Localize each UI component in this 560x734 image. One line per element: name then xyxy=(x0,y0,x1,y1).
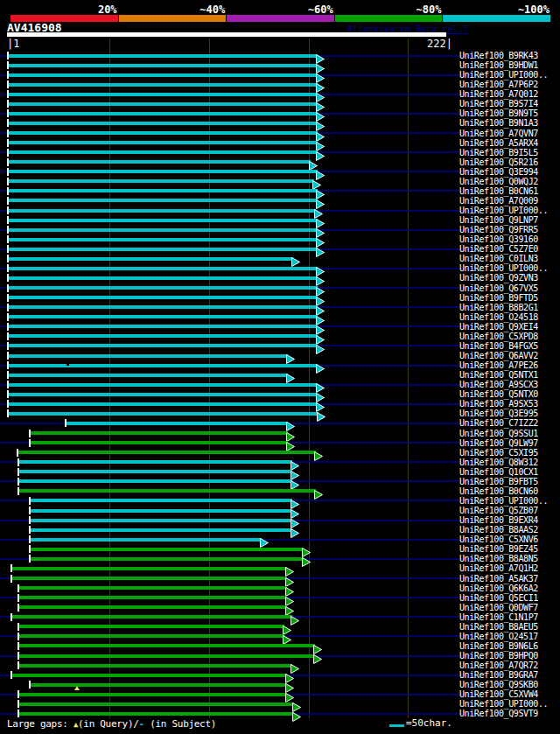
alignment-bar[interactable] xyxy=(18,460,292,464)
hit-label[interactable]: UniRef100_Q5ECI1 xyxy=(459,593,559,603)
alignment-bar[interactable] xyxy=(7,102,318,106)
hit-label[interactable]: UniRef100_B9EXR4 xyxy=(459,515,559,525)
alignment-bar[interactable] xyxy=(29,499,292,502)
hit-label[interactable]: UniRef100_B9FBT5 xyxy=(459,477,559,486)
hit-label[interactable]: UniRef100_C5XI95 xyxy=(459,448,559,458)
alignment-bar[interactable] xyxy=(7,374,288,377)
alignment-bar[interactable] xyxy=(29,538,262,542)
alignment-bar[interactable] xyxy=(7,238,318,241)
alignment-bar[interactable] xyxy=(18,634,284,638)
hit-label[interactable]: UniRef100_A7Q009 xyxy=(459,196,559,206)
hit-label[interactable]: UniRef100_Q10CX1 xyxy=(459,467,559,477)
hit-label[interactable]: UniRef100_C5Z7E0 xyxy=(459,244,559,254)
alignment-bar[interactable] xyxy=(10,567,287,570)
hit-label[interactable]: UniRef100_B9EZ45 xyxy=(459,544,559,554)
hit-label[interactable]: UniRef100_C5XVW4 xyxy=(459,689,559,699)
hit-label[interactable]: UniRef100_Q0DWF7 xyxy=(459,603,559,612)
alignment-bar[interactable] xyxy=(18,664,292,668)
hit-label[interactable]: UniRef100_B9I5L5 xyxy=(459,148,559,157)
alignment-bar[interactable] xyxy=(29,519,292,522)
alignment-bar[interactable] xyxy=(7,248,318,251)
alignment-bar[interactable] xyxy=(29,528,292,532)
alignment-bar[interactable] xyxy=(7,412,318,416)
hit-label[interactable]: UniRef100_B9N6L6 xyxy=(459,641,559,651)
hit-label[interactable]: UniRef100_Q9SKB0 xyxy=(459,680,559,689)
alignment-bar[interactable] xyxy=(7,160,311,164)
alignment-bar[interactable] xyxy=(7,189,318,192)
hit-label[interactable]: UniRef100_B9N9T5 xyxy=(459,108,559,118)
hit-label[interactable]: UniRef100_UPI000.. xyxy=(459,699,559,709)
hit-label[interactable]: UniRef100_UPI000.. xyxy=(459,496,559,506)
alignment-bar[interactable] xyxy=(7,383,318,387)
hit-label[interactable]: UniRef100_Q5NTX1 xyxy=(459,370,559,380)
hit-label[interactable]: UniRef100_C5XPD8 xyxy=(459,332,559,341)
alignment-bar[interactable] xyxy=(18,712,294,716)
hit-label[interactable]: UniRef100_A9SX53 xyxy=(459,399,559,409)
hit-label[interactable]: UniRef100_Q9LW97 xyxy=(459,438,559,448)
alignment-bar[interactable] xyxy=(18,693,287,696)
alignment-bar[interactable] xyxy=(18,703,294,706)
hit-label[interactable]: UniRef100_B9HPQ0 xyxy=(459,651,559,661)
hit-label[interactable]: UniRef100_A5ARX4 xyxy=(459,138,559,148)
hit-label[interactable]: UniRef100_B9S7I4 xyxy=(459,99,559,108)
alignment-bar[interactable] xyxy=(18,625,284,628)
alignment-bar[interactable] xyxy=(7,325,318,328)
alignment-bar[interactable] xyxy=(7,199,318,202)
alignment-bar[interactable] xyxy=(7,112,318,115)
hit-label[interactable]: UniRef100_Q3E994 xyxy=(459,167,559,177)
hit-label[interactable]: UniRef100_Q9LNP7 xyxy=(459,215,559,225)
alignment-bar[interactable] xyxy=(7,170,318,173)
hit-label[interactable]: UniRef100_B0CN61 xyxy=(459,186,559,196)
alignment-bar[interactable] xyxy=(7,64,318,67)
alignment-bar[interactable] xyxy=(10,615,292,619)
alignment-bar[interactable] xyxy=(18,586,287,590)
hit-label[interactable]: UniRef100_UPI000.. xyxy=(459,70,559,80)
alignment-bar[interactable] xyxy=(7,344,318,347)
alignment-bar[interactable] xyxy=(7,179,314,183)
alignment-bar[interactable] xyxy=(65,422,288,425)
hit-label[interactable]: UniRef100_B8B2G1 xyxy=(459,303,559,312)
alignment-bar[interactable] xyxy=(29,509,292,513)
alignment-bar[interactable] xyxy=(7,141,318,144)
hit-label[interactable]: UniRef100_B0CN60 xyxy=(459,486,559,496)
alignment-bar[interactable] xyxy=(18,644,315,647)
hit-label[interactable]: UniRef100_B4FGX5 xyxy=(459,341,559,351)
hit-label[interactable]: UniRef100_A7P6P2 xyxy=(459,80,559,89)
alignment-bar[interactable] xyxy=(10,674,287,677)
alignment-bar[interactable] xyxy=(7,296,318,299)
alignment-bar[interactable] xyxy=(29,441,288,444)
alignment-bar[interactable] xyxy=(7,305,318,309)
hit-label[interactable]: UniRef100_C1N1P7 xyxy=(459,612,559,622)
alignment-bar[interactable] xyxy=(29,557,304,561)
hit-label[interactable]: UniRef100_Q5NTX0 xyxy=(459,389,559,399)
hit-label[interactable]: UniRef100_Q9ZVN3 xyxy=(459,273,559,283)
hit-label[interactable]: UniRef100_C5XNV6 xyxy=(459,535,559,544)
alignment-bar[interactable] xyxy=(7,93,318,96)
hit-label[interactable]: UniRef100_Q9SVT9 xyxy=(459,709,559,718)
alignment-bar[interactable] xyxy=(7,393,318,396)
alignment-bar[interactable] xyxy=(7,83,318,87)
alignment-bar[interactable] xyxy=(7,402,318,406)
alignment-bar[interactable] xyxy=(7,267,318,270)
hit-label[interactable]: UniRef100_Q6K6A2 xyxy=(459,584,559,593)
alignment-bar[interactable] xyxy=(7,219,318,222)
alignment-bar[interactable] xyxy=(18,596,287,599)
alignment-bar[interactable] xyxy=(7,257,293,261)
hit-label[interactable]: UniRef100_A7QVN7 xyxy=(459,129,559,138)
hit-label[interactable]: UniRef100_O24517 xyxy=(459,632,559,641)
alignment-bar[interactable] xyxy=(7,228,318,232)
hit-label[interactable]: UniRef100_Q9FRR5 xyxy=(459,225,559,234)
hit-label[interactable]: UniRef100_A7PE26 xyxy=(459,360,559,370)
hit-label[interactable]: UniRef100_A7Q012 xyxy=(459,89,559,99)
alignment-bar[interactable] xyxy=(29,548,304,551)
hit-label[interactable]: UniRef100_Q39160 xyxy=(459,234,559,244)
hit-label[interactable]: UniRef100_Q8W312 xyxy=(459,458,559,467)
alignment-bar[interactable] xyxy=(7,122,318,125)
hit-label[interactable]: UniRef100_B9FTD5 xyxy=(459,293,559,303)
alignment-bar[interactable] xyxy=(18,489,316,493)
hit-label[interactable]: UniRef100_B9GRA7 xyxy=(459,670,559,680)
hit-label[interactable]: UniRef100_A5AK37 xyxy=(459,574,559,584)
hit-label[interactable]: UniRef100_C0ILN3 xyxy=(459,254,559,263)
hit-label[interactable]: UniRef100_B8A8N5 xyxy=(459,554,559,563)
alignment-bar[interactable] xyxy=(10,577,287,580)
